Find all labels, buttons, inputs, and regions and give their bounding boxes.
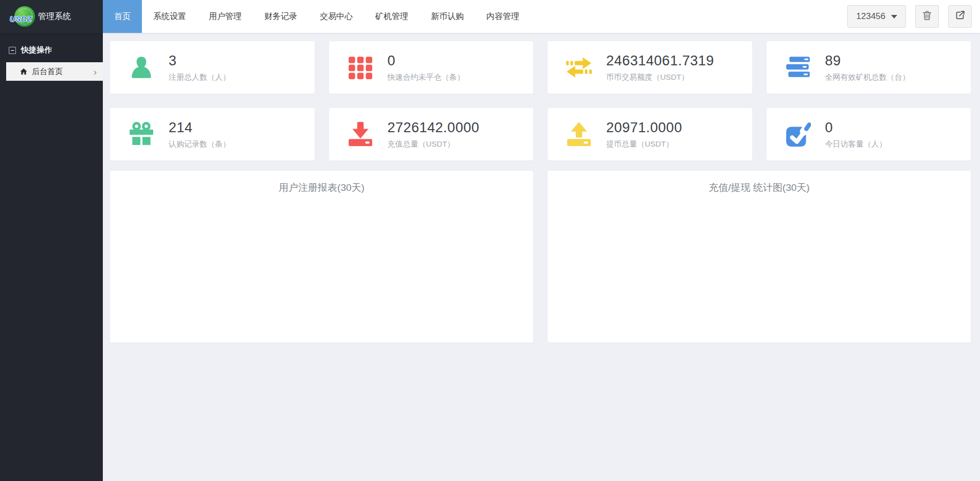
app-logo: USDZ 管理系统 bbox=[0, 0, 103, 33]
user-dropdown-label: 123456 bbox=[856, 11, 885, 22]
stat-card-subscription-records: 214 认购记录数（条） bbox=[110, 108, 315, 161]
stat-value: 214 bbox=[169, 120, 230, 136]
stat-label: 注册总人数（人） bbox=[169, 73, 230, 82]
stat-card-coin-trade-volume: 246314061.7319 币币交易额度（USDT） bbox=[548, 41, 752, 94]
tab-system-settings[interactable]: 系统设置 bbox=[142, 0, 197, 33]
upload-icon bbox=[566, 121, 592, 147]
tab-trade-center[interactable]: 交易中心 bbox=[308, 0, 364, 33]
download-icon bbox=[348, 121, 373, 147]
navbar-actions: 123456 bbox=[847, 5, 972, 28]
stat-card-active-miners: 89 全网有效矿机总数（台） bbox=[767, 41, 971, 94]
dashboard-content: 3 注册总人数（人） 0 快速合约未平仓（条） bbox=[103, 33, 980, 481]
stat-label: 认购记录数（条） bbox=[169, 139, 230, 149]
stat-value: 0 bbox=[825, 120, 887, 136]
trash-icon bbox=[921, 10, 933, 24]
tab-user-management[interactable]: 用户管理 bbox=[197, 0, 253, 33]
stat-label: 快速合约未平仓（条） bbox=[388, 73, 465, 82]
panel-title: 充值/提现 统计图(30天) bbox=[548, 181, 971, 194]
stat-cards-grid: 3 注册总人数（人） 0 快速合约未平仓（条） bbox=[110, 41, 971, 161]
stat-card-total-withdraw: 20971.0000 提币总量（USDT） bbox=[548, 108, 752, 161]
stat-value: 89 bbox=[825, 53, 910, 69]
top-navbar: USDZ 管理系统 首页 系统设置 用户管理 财务记录 交易中心 矿机管理 新币… bbox=[0, 0, 980, 33]
stat-label: 币币交易额度（USDT） bbox=[606, 73, 714, 82]
stat-value: 3 bbox=[169, 53, 230, 69]
stat-card-total-deposit: 2726142.0000 充值总量（USDT） bbox=[329, 108, 534, 161]
logout-button[interactable] bbox=[948, 5, 972, 28]
exchange-icon bbox=[566, 55, 592, 80]
logout-icon bbox=[954, 10, 966, 24]
collapse-minus-icon[interactable]: − bbox=[9, 47, 16, 54]
stat-card-open-contracts: 0 快速合约未平仓（条） bbox=[329, 41, 534, 94]
stat-label: 今日访客量（人） bbox=[825, 139, 887, 149]
tab-content-management[interactable]: 内容管理 bbox=[475, 0, 531, 33]
tab-new-coin-subscription[interactable]: 新币认购 bbox=[420, 0, 475, 33]
stat-label: 充值总量（USDT） bbox=[388, 139, 480, 149]
tab-miner-management[interactable]: 矿机管理 bbox=[364, 0, 420, 33]
tab-home[interactable]: 首页 bbox=[103, 0, 142, 33]
stat-label: 全网有效矿机总数（台） bbox=[825, 73, 910, 82]
user-icon bbox=[129, 55, 154, 80]
check-square-icon bbox=[785, 121, 811, 147]
main-nav: 首页 系统设置 用户管理 财务记录 交易中心 矿机管理 新币认购 内容管理 bbox=[103, 0, 531, 33]
sidebar-item-backend-home[interactable]: 后台首页 › bbox=[6, 62, 103, 81]
panel-title: 用户注册报表(30天) bbox=[110, 181, 533, 194]
stat-value: 2726142.0000 bbox=[388, 120, 480, 136]
sidebar-item-label: 后台首页 bbox=[32, 67, 63, 77]
stat-card-registered-users: 3 注册总人数（人） bbox=[110, 41, 315, 94]
grid-icon bbox=[348, 55, 373, 80]
stat-value: 20971.0000 bbox=[606, 120, 682, 136]
chart-panels: 用户注册报表(30天) 充值/提现 统计图(30天) bbox=[110, 171, 971, 343]
stat-value: 246314061.7319 bbox=[606, 53, 714, 69]
gift-icon bbox=[129, 121, 154, 147]
panel-deposit-withdraw-chart: 充值/提现 统计图(30天) bbox=[548, 171, 971, 343]
sidebar-section-quick-ops[interactable]: − 快捷操作 bbox=[0, 33, 103, 62]
server-icon bbox=[785, 55, 811, 80]
chevron-right-icon: › bbox=[94, 67, 97, 77]
stat-label: 提币总量（USDT） bbox=[606, 139, 682, 149]
caret-down-icon bbox=[891, 15, 897, 19]
panel-user-registration-chart: 用户注册报表(30天) bbox=[110, 171, 533, 343]
sidebar-section-label: 快捷操作 bbox=[21, 45, 52, 55]
logo-text: USDZ bbox=[10, 14, 32, 23]
app-title: 管理系统 bbox=[38, 11, 71, 22]
globe-logo-icon: USDZ bbox=[14, 6, 35, 27]
home-icon bbox=[20, 67, 28, 76]
sidebar: − 快捷操作 后台首页 › bbox=[0, 33, 103, 481]
tab-finance-records[interactable]: 财务记录 bbox=[253, 0, 308, 33]
stat-value: 0 bbox=[388, 53, 465, 69]
user-dropdown[interactable]: 123456 bbox=[847, 5, 906, 28]
stat-card-today-visitors: 0 今日访客量（人） bbox=[767, 108, 971, 161]
clear-cache-button[interactable] bbox=[915, 5, 939, 28]
